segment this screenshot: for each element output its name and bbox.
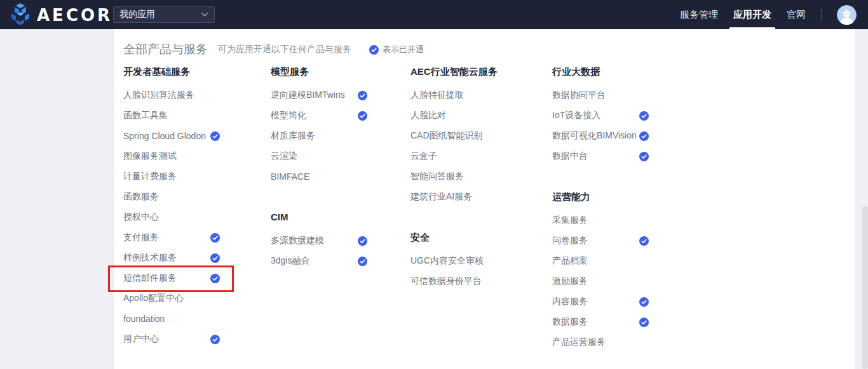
service-item[interactable]: 人脸识别算法服务 (123, 85, 220, 105)
service-item[interactable]: CAD图纸智能识别 (410, 126, 507, 146)
service-item[interactable]: 函数工具集 (123, 105, 220, 126)
check-icon (639, 297, 649, 307)
service-column: 开发者基础服务人脸识别算法服务函数工具集Spring Cloud Glodon … (123, 67, 222, 349)
service-item[interactable]: foundation (123, 309, 220, 329)
service-group: 安全UGC内容安全审核可信数据身份平台 (410, 232, 510, 292)
service-item-label: 产品档案 (552, 255, 588, 267)
check-icon (639, 152, 649, 161)
service-item-label: Spring Cloud Glodon (123, 131, 206, 141)
service-item[interactable]: Spring Cloud Glodon (123, 126, 220, 146)
service-item-label: 云渲染 (271, 151, 297, 162)
group-title: 行业大数据 (552, 67, 651, 77)
service-item[interactable]: 模型简化 (271, 105, 367, 126)
service-item[interactable]: 建筑行业AI服务 (410, 187, 507, 207)
service-column: 行业大数据数据协同平台IoT设备接入 数据可视化BIMVision 数据中台 运… (552, 67, 651, 352)
nav-item-service-management[interactable]: 服务管理 (680, 0, 718, 29)
service-item-label: 计量计费服务 (123, 171, 177, 182)
check-icon (369, 45, 379, 55)
service-item[interactable]: 授权中心 (123, 207, 220, 227)
page-title: 全部产品与服务 (123, 41, 208, 58)
service-item[interactable]: IoT设备接入 (552, 105, 649, 126)
nav-divider (821, 9, 822, 20)
service-item-label: UGC内容安全审核 (410, 255, 484, 267)
service-item-label: 用户中心 (123, 333, 159, 345)
service-item[interactable]: 智能问答服务 (410, 166, 507, 187)
service-item-label: Apollo配置中心 (123, 293, 184, 304)
service-item-label: 数据中台 (552, 151, 588, 162)
service-item-label: 函数工具集 (123, 110, 168, 121)
app-select[interactable]: 我的应用 (113, 6, 215, 23)
service-item[interactable]: 数据服务 (552, 312, 649, 332)
group-title: 运营能力 (552, 192, 651, 202)
service-item-label: 产品运营服务 (552, 337, 606, 348)
service-item[interactable]: 逆向建模BIMTwins (271, 85, 367, 105)
service-item[interactable]: 3dgis融合 (271, 251, 367, 271)
service-item[interactable]: 计量计费服务 (123, 166, 220, 187)
service-item[interactable]: BIMFACE (271, 166, 367, 187)
service-group: 模型服务逆向建模BIMTwins 模型简化 材质库服务云渲染BIMFACE (271, 67, 370, 187)
service-group: AEC行业智能云服务人脸特征提取人脸比对CAD图纸智能识别云盒子智能问答服务建筑… (410, 67, 510, 207)
service-item[interactable]: 人脸比对 (410, 105, 507, 126)
service-item-label: 数据可视化BIMVision (552, 130, 637, 142)
service-item-label: 逆向建模BIMTwins (271, 90, 345, 101)
service-item[interactable]: 云盒子 (410, 146, 507, 166)
service-item[interactable]: 多源数据建模 (271, 231, 367, 251)
group-title: 模型服务 (271, 67, 370, 77)
service-item[interactable]: 内容服务 (552, 292, 649, 312)
products-panel: 全部产品与服务 可为应用开通以下任何产品与服务 表示已开通 开发者基础服务人脸识… (113, 29, 855, 369)
group-title: AEC行业智能云服务 (410, 67, 510, 77)
service-group: CIM多源数据建模 3dgis融合 (271, 212, 370, 271)
service-item[interactable]: 数据中台 (552, 146, 649, 166)
check-icon (210, 233, 220, 243)
service-item[interactable]: 数据可视化BIMVision (552, 126, 649, 146)
service-item-label: 图像服务测试 (123, 151, 177, 162)
check-icon (358, 111, 367, 121)
service-item[interactable]: 产品档案 (552, 251, 649, 271)
navbar-right: 服务管理 应用开发 官网 (680, 0, 868, 29)
service-column: AEC行业智能云服务人脸特征提取人脸比对CAD图纸智能识别云盒子智能问答服务建筑… (410, 67, 510, 292)
check-icon (210, 253, 220, 263)
legend: 表示已开通 (369, 44, 424, 55)
service-item[interactable]: 数据协同平台 (552, 85, 649, 105)
service-item[interactable]: 函数服务 (123, 187, 220, 207)
service-item-label: 授权中心 (123, 211, 159, 223)
check-icon (639, 111, 649, 121)
service-item-label: 智能问答服务 (410, 171, 464, 182)
service-item[interactable]: 样例技术服务 (123, 248, 220, 268)
page-subtitle: 可为应用开通以下任何产品与服务 (218, 44, 351, 55)
service-item[interactable]: 图像服务测试 (123, 146, 220, 166)
check-icon (639, 236, 649, 246)
check-icon (358, 91, 367, 100)
service-item[interactable]: 激励服务 (552, 271, 649, 292)
group-title: CIM (271, 212, 370, 222)
service-item[interactable]: UGC内容安全审核 (410, 251, 507, 271)
service-item[interactable]: 采集服务 (552, 210, 649, 231)
service-item[interactable]: 支付服务 (123, 227, 220, 248)
service-item-label: 可信数据身份平台 (410, 276, 482, 287)
service-item[interactable]: 产品运营服务 (552, 332, 649, 352)
service-item-label: 人脸比对 (410, 110, 446, 121)
service-item[interactable]: 材质库服务 (271, 126, 367, 146)
brand-logo-icon[interactable] (8, 3, 33, 27)
panel-header: 全部产品与服务 可为应用开通以下任何产品与服务 表示已开通 (123, 41, 848, 58)
nav-item-app-development[interactable]: 应用开发 (733, 0, 771, 29)
service-item[interactable]: Apollo配置中心 (123, 288, 220, 309)
service-item-label: 云盒子 (410, 151, 437, 162)
vertical-scrollbar-thumb[interactable] (862, 206, 868, 369)
legend-check-slot (369, 45, 379, 55)
user-avatar[interactable] (837, 5, 857, 25)
service-item-label: CAD图纸智能识别 (410, 130, 483, 142)
service-item[interactable]: 人脸特征提取 (410, 85, 507, 105)
columns: 开发者基础服务人脸识别算法服务函数工具集Spring Cloud Glodon … (114, 67, 855, 369)
service-item-label: BIMFACE (271, 171, 309, 182)
service-item[interactable]: 问卷服务 (552, 231, 649, 251)
service-item[interactable]: 用户中心 (123, 329, 220, 349)
service-item-label: 数据协同平台 (552, 90, 606, 101)
service-item-label: 采集服务 (552, 215, 588, 226)
service-item[interactable]: 短信邮件服务 (123, 268, 220, 288)
service-item-label: 模型简化 (271, 110, 306, 121)
service-item[interactable]: 可信数据身份平台 (410, 271, 507, 292)
nav-item-official-site[interactable]: 官网 (787, 0, 806, 29)
service-item[interactable]: 云渲染 (271, 146, 367, 166)
service-item-label: 问卷服务 (552, 235, 588, 246)
